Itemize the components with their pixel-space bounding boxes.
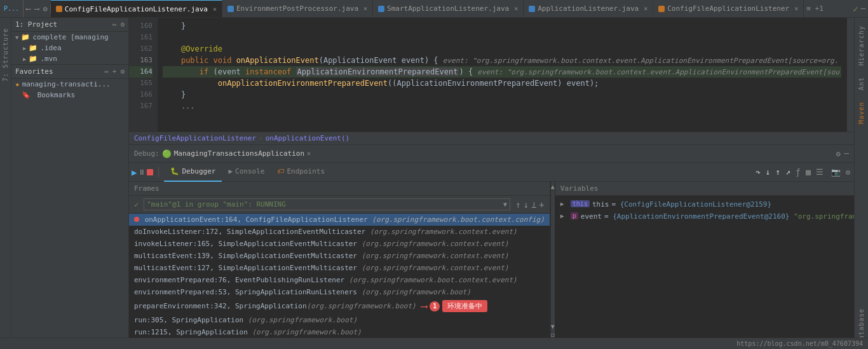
breadcrumb-method[interactable]: onApplicationEvent()	[266, 134, 349, 142]
tab-endpoints[interactable]: 🏷 Endpoints	[271, 163, 331, 182]
project-panel: 1: Project ⇔ ⚙ ▼ 📁 complete [managing ▶ …	[11, 18, 129, 349]
scroll-down-icon[interactable]: ▼	[551, 323, 555, 330]
tab-configfileapplicationlistener[interactable]: ConfigFileApplicationListener ×	[653, 0, 804, 18]
console-icon: ▶	[228, 167, 233, 175]
frame-list[interactable]: onApplicationEvent:164, ConfigFileApplic…	[129, 214, 550, 349]
frame-method: prepareEnvironment:342, SpringApplicatio…	[134, 302, 307, 310]
tab-console-label: Console	[235, 167, 264, 175]
frame-item-6[interactable]: environmentPrepared:53, SpringApplicatio…	[129, 286, 550, 298]
step-out-icon[interactable]: ↑	[774, 167, 782, 177]
favorites-item-bookmarks[interactable]: 🔖 Bookmarks	[11, 90, 128, 100]
debug-pause-icon[interactable]: ⏸	[138, 168, 146, 177]
frames-scrollbar[interactable]: ▲ ▼ ◻ ∞	[550, 182, 555, 349]
var-item-event[interactable]: ▶ p event = {ApplicationEnvironmentPrepa…	[555, 210, 854, 222]
settings2-icon[interactable]: ⚙	[844, 168, 851, 177]
tab-console[interactable]: ▶ Console	[222, 163, 271, 182]
frame-up-icon[interactable]: ↑	[515, 200, 520, 210]
var-item-this[interactable]: ▶ this this = {ConfigFileApplicationList…	[555, 198, 854, 210]
code-line-166: }	[163, 89, 841, 100]
var-expand-icon[interactable]: ▶	[560, 200, 568, 207]
frame-item-2[interactable]: invokeListener:165, SimpleApplicationEve…	[129, 238, 550, 250]
frame-package: (org.springframework.context.event)	[362, 240, 509, 248]
tab-project[interactable]: P...	[0, 0, 24, 18]
structure-panel-label[interactable]: 7: Structure	[2, 23, 9, 86]
tree-item-idea[interactable]: ▶ 📁 .idea	[11, 43, 128, 53]
pin-icon[interactable]: ⇔	[112, 20, 117, 29]
debug-stop-icon[interactable]	[147, 169, 153, 175]
favorites-item-managing[interactable]: ★ managing-transacti...	[11, 79, 128, 90]
frame-item-1[interactable]: doInvokeListener:172, SimpleApplicationE…	[129, 226, 550, 238]
maven-panel-label[interactable]: Maven	[858, 97, 865, 129]
code-line-160: }	[163, 20, 841, 32]
variables-label: Variables	[560, 184, 599, 193]
nav-forward-icon[interactable]: ⟶	[34, 4, 39, 13]
line-num-163: 163 @!	[129, 55, 153, 66]
debug-app-close[interactable]: ×	[307, 150, 311, 157]
var-list[interactable]: ▶ this this = {ConfigFileApplicationList…	[555, 196, 854, 349]
frame-item-4[interactable]: multicastEvent:127, SimpleApplicationEve…	[129, 262, 550, 274]
thread-dropdown-icon[interactable]: ▼	[503, 201, 507, 208]
tab-close-icon[interactable]: ×	[363, 5, 367, 12]
frame-method: multicastEvent:127, SimpleApplicationEve…	[134, 264, 357, 272]
var-expand-icon[interactable]: ▶	[560, 212, 568, 219]
tab-smartapplicationlistener[interactable]: SmartApplicationListener.java ×	[373, 0, 524, 18]
frame-add-icon[interactable]: +	[539, 200, 544, 210]
thread-selector: ✓ "main"@1 in group "main": RUNNING ▼ ↑ …	[129, 196, 550, 214]
frame-item-8[interactable]: run:305, SpringApplication (org.springfr…	[129, 314, 550, 326]
step-into-icon[interactable]: ↓	[764, 167, 772, 177]
tab-environmentpostprocessor[interactable]: EnvironmentPostProcessor.java ×	[222, 0, 373, 18]
frame-item-7[interactable]: prepareEnvironment:342, SpringApplicatio…	[129, 298, 550, 314]
tab-label: ConfigFileApplicationListener.java	[65, 5, 208, 13]
debug-settings-icon[interactable]: ⚙	[836, 149, 841, 158]
editor-scrollbar[interactable]	[846, 18, 854, 132]
settings-icon[interactable]: ⚙	[43, 4, 48, 13]
evaluate-icon[interactable]: ƒ	[794, 167, 802, 177]
tree-item-mvn[interactable]: ▶ 📁 .mvn	[11, 53, 128, 64]
variables-panel: Variables ▶ this this = {ConfigFileAppli…	[555, 182, 854, 349]
step-over-icon[interactable]: ↷	[754, 167, 762, 177]
frame-item-5[interactable]: environmentPrepared:76, EventPublishingR…	[129, 274, 550, 286]
tab-debugger[interactable]: 🐛 Debugger	[164, 163, 222, 182]
ant-panel-label[interactable]: Ant	[858, 72, 865, 95]
endpoints-icon: 🏷	[277, 167, 284, 175]
breadcrumb-class[interactable]: ConfigFileApplicationListener	[134, 134, 256, 142]
breadcrumb: ConfigFileApplicationListener › onApplic…	[129, 132, 854, 145]
tree-item-label: .idea	[40, 44, 61, 52]
variables-header: Variables	[555, 182, 854, 196]
frame-method: onApplicationEvent:164,	[145, 216, 246, 224]
hierarchy-panel-label[interactable]: Hierarchy	[858, 20, 865, 71]
gear-icon[interactable]: ⚙	[120, 20, 125, 29]
tree-item-complete[interactable]: ▼ 📁 complete [managing	[11, 32, 128, 43]
frame-item-9[interactable]: run:1215, SpringApplication (org.springf…	[129, 326, 550, 338]
code-content[interactable]: } @Override public void onApplicationEve…	[158, 18, 846, 132]
camera-icon[interactable]: 📷	[830, 168, 842, 177]
tab-applicationlistener[interactable]: ApplicationListener.java ×	[524, 0, 653, 18]
tab-close-icon[interactable]: ×	[644, 5, 648, 12]
frame-down-icon[interactable]: ↓	[523, 200, 528, 210]
frame-item-0[interactable]: onApplicationEvent:164, ConfigFileApplic…	[129, 214, 550, 226]
code-line-162: @Override	[163, 43, 841, 55]
variables-icon[interactable]: ☰	[815, 167, 825, 177]
tab-label: ApplicationListener.java	[538, 4, 639, 13]
frame-filter-icon[interactable]: ⊥	[531, 200, 536, 210]
tab-close-icon[interactable]: ×	[514, 5, 518, 12]
frame-item-3[interactable]: multicastEvent:139, SimpleApplicationEve…	[129, 250, 550, 262]
frame-package: (org.springframework.context.event)	[362, 252, 509, 260]
add-favorites-icon[interactable]: +	[112, 67, 117, 76]
tab-configfileapplicationlistener-java[interactable]: ConfigFileApplicationListener.java ×	[51, 0, 222, 18]
tab-close-icon[interactable]: ×	[213, 6, 217, 13]
minimize-icon[interactable]: ─	[861, 4, 865, 13]
debug-app-name[interactable]: ManagingTransactionsApplication	[174, 149, 304, 158]
nav-back-icon[interactable]: ⟵	[26, 4, 31, 13]
interface-file-icon	[227, 6, 234, 12]
debug-minimize-icon[interactable]: ─	[844, 149, 849, 158]
frames-icon[interactable]: ▦	[804, 167, 812, 177]
tree-item-label: .mvn	[40, 55, 57, 63]
tab-close-icon[interactable]: ×	[794, 5, 798, 12]
favorites-pin-icon[interactable]: ⇔	[104, 67, 109, 76]
more-tabs-icon[interactable]: ≡ +1	[806, 4, 824, 13]
favorites-gear-icon[interactable]: ⚙	[120, 67, 125, 76]
scroll-up-icon[interactable]: ▲	[551, 183, 555, 190]
run-to-cursor-icon[interactable]: ↗	[784, 167, 792, 177]
debug-resume-icon[interactable]: ▶	[132, 167, 137, 177]
